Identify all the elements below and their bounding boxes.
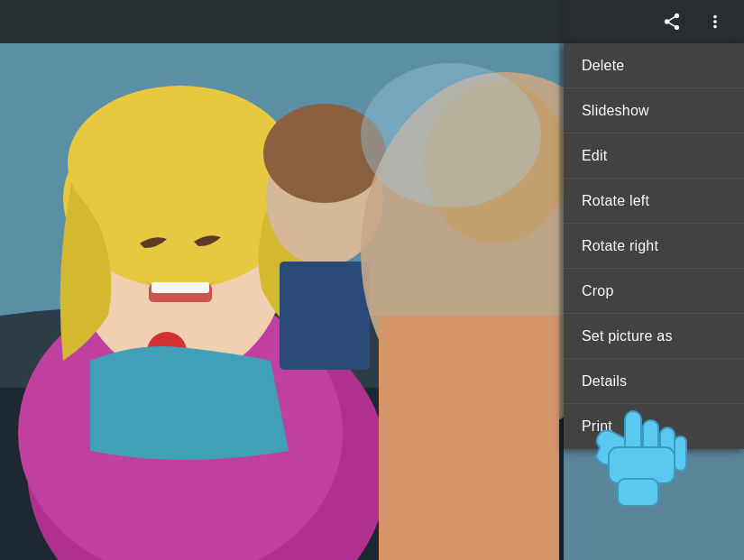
toolbar — [0, 0, 744, 43]
menu-item-details[interactable]: Details — [564, 359, 744, 404]
menu-item-edit[interactable]: Edit — [564, 133, 744, 179]
svg-point-11 — [68, 86, 293, 239]
svg-rect-17 — [280, 262, 370, 370]
dropdown-menu: DeleteSlideshowEditRotate leftRotate rig… — [564, 43, 744, 449]
svg-rect-20 — [379, 316, 559, 560]
menu-item-rotate-left[interactable]: Rotate left — [564, 179, 744, 224]
svg-rect-13 — [152, 282, 209, 293]
menu-item-rotate-right[interactable]: Rotate right — [564, 224, 744, 269]
menu-item-crop[interactable]: Crop — [564, 269, 744, 314]
menu-item-set-picture-as[interactable]: Set picture as — [564, 314, 744, 359]
share-button[interactable] — [650, 0, 693, 43]
menu-item-slideshow[interactable]: Slideshow — [564, 88, 744, 133]
menu-item-delete[interactable]: Delete — [564, 43, 744, 88]
svg-point-21 — [361, 63, 541, 207]
more-options-button[interactable] — [693, 0, 737, 43]
menu-item-print[interactable]: Print — [564, 404, 744, 449]
